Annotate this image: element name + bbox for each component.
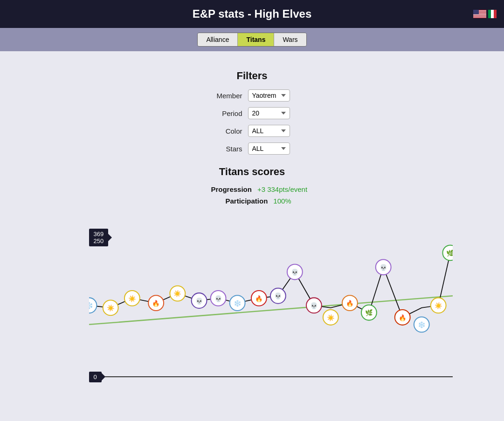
flag-it-icon[interactable]	[488, 10, 497, 18]
svg-text:🔥: 🔥	[345, 299, 353, 307]
stars-label: Stars	[214, 145, 242, 153]
color-filter-row: Color ALL	[52, 125, 453, 137]
bottom-value-label: 0	[89, 372, 102, 382]
bottom-slider-label: 0	[89, 376, 453, 377]
tab-alliance[interactable]: Alliance	[198, 33, 238, 46]
svg-text:☀️: ☀️	[434, 302, 442, 310]
chart-container: 369 250 ❄️ ☀️ ☀️ 🔥	[52, 224, 453, 377]
tab-wars[interactable]: Wars	[274, 33, 306, 46]
svg-text:❄️: ❄️	[417, 321, 425, 329]
svg-rect-7	[473, 14, 486, 15]
bottom-slider-line	[89, 376, 453, 377]
page-header: E&P stats - High Elves	[0, 0, 504, 28]
progression-value: +3 334pts/event	[257, 185, 307, 193]
tab-titans[interactable]: Titans	[238, 33, 274, 46]
period-filter-row: Period 20	[52, 107, 453, 119]
svg-text:☀️: ☀️	[326, 314, 334, 322]
svg-text:🔥: 🔥	[152, 299, 160, 307]
svg-rect-8	[473, 15, 486, 15]
period-label: Period	[214, 109, 242, 117]
scores-title: Titans scores	[52, 166, 453, 178]
scores-section: Titans scores Progression +3 334pts/even…	[52, 166, 453, 205]
svg-text:💀: 💀	[379, 264, 387, 272]
svg-text:💀: 💀	[195, 297, 203, 305]
member-label: Member	[214, 92, 242, 100]
svg-rect-11	[473, 17, 486, 17]
svg-text:🌿: 🌿	[365, 309, 373, 317]
progression-label: Progression	[197, 185, 257, 193]
svg-rect-12	[473, 18, 486, 18]
nav-tabs: Alliance Titans Wars	[197, 33, 306, 47]
color-select[interactable]: ALL	[248, 125, 290, 137]
svg-rect-9	[473, 15, 486, 16]
flag-us-icon[interactable]	[473, 10, 486, 18]
svg-text:☀️: ☀️	[106, 304, 114, 312]
participation-value: 100%	[273, 197, 291, 205]
stars-filter-row: Stars ALL	[52, 143, 453, 155]
svg-rect-16	[494, 10, 497, 18]
svg-rect-15	[491, 10, 494, 18]
period-select[interactable]: 20	[248, 107, 290, 119]
page-title: E&P stats - High Elves	[193, 7, 312, 20]
svg-rect-10	[473, 16, 486, 17]
svg-text:❄️: ❄️	[89, 301, 93, 310]
member-select[interactable]: Yaotrem	[248, 89, 290, 102]
svg-text:☀️: ☀️	[128, 295, 136, 303]
nav-bar: Alliance Titans Wars	[0, 28, 504, 51]
svg-text:❄️: ❄️	[233, 299, 241, 307]
svg-text:💀: 💀	[310, 302, 318, 310]
stars-select[interactable]: ALL	[248, 143, 290, 155]
titans-chart: ❄️ ☀️ ☀️ 🔥 ☀️ 💀 💀 ❄️ 🔥	[89, 224, 453, 359]
progression-row: Progression +3 334pts/event	[52, 185, 453, 193]
filters-title: Filters	[52, 70, 453, 82]
main-content: Filters Member Yaotrem Period 20 Color A…	[42, 51, 462, 387]
participation-row: Participation 100%	[52, 197, 453, 205]
svg-rect-14	[488, 10, 491, 18]
svg-text:💀: 💀	[214, 295, 222, 303]
color-label: Color	[214, 127, 242, 135]
svg-text:💀: 💀	[290, 268, 298, 276]
svg-text:🔥: 🔥	[255, 295, 262, 303]
member-filter-row: Member Yaotrem	[52, 89, 453, 102]
svg-text:☀️: ☀️	[173, 290, 181, 298]
svg-text:💀: 💀	[274, 292, 282, 300]
svg-text:🌿: 🌿	[446, 249, 453, 257]
language-flags	[473, 10, 497, 18]
svg-text:🔥: 🔥	[398, 314, 406, 322]
participation-label: Participation	[213, 197, 273, 205]
svg-rect-13	[473, 10, 479, 14]
